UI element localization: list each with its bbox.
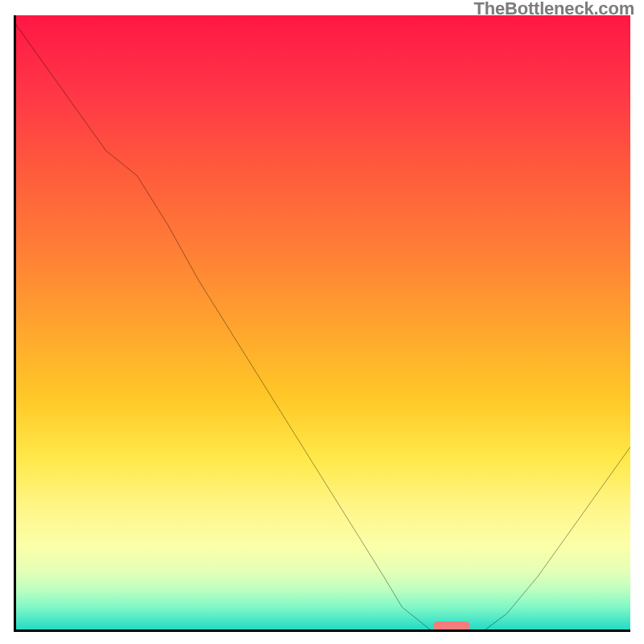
- watermark-text: TheBottleneck.com: [473, 0, 634, 19]
- gradient-background: [14, 15, 630, 632]
- optimal-zone-marker: [433, 621, 470, 630]
- plot-area: [14, 15, 630, 632]
